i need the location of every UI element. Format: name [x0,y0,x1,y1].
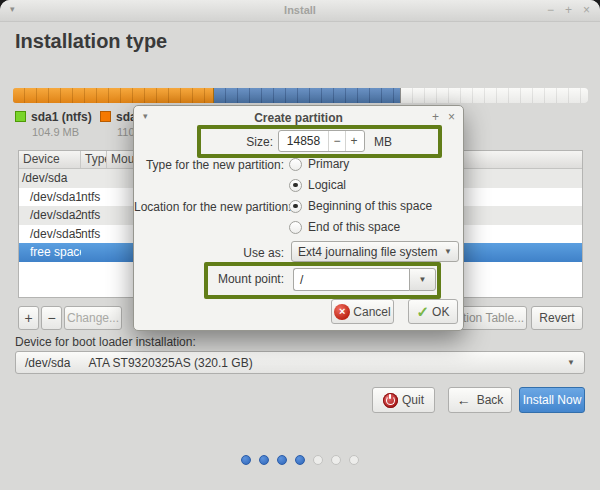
revert-button[interactable]: Revert [531,306,583,330]
chevron-down-icon: ▼ [444,247,452,256]
radio-end[interactable]: End of this space [289,220,400,234]
size-increment-button[interactable]: + [345,131,362,151]
radio-label: End of this space [308,220,400,234]
partition-segment-free [401,88,588,103]
minimize-icon[interactable]: − [547,3,554,17]
cell-device: free space [19,245,81,259]
radio-beginning[interactable]: Beginning of this space [289,199,432,213]
partition-segment-sda2 [13,88,214,103]
legend-size: 104.9 MB [32,126,92,138]
cell-device: /dev/sda1 [19,190,81,204]
close-icon[interactable]: × [583,3,590,17]
use-as-select[interactable]: Ext4 journaling file system ▼ [291,241,459,262]
radio-logical[interactable]: Logical [289,178,346,192]
cell-device: /dev/sda [19,171,81,185]
chevron-down-icon: ▼ [567,358,575,367]
bootloader-device-select[interactable]: /dev/sda ATA ST9320325AS (320.1 GB) ▼ [15,351,585,374]
bootloader-description: ATA ST9320325AS (320.1 GB) [88,356,252,370]
ok-button[interactable]: ✓ OK [408,299,458,324]
cancel-label: Cancel [353,305,390,319]
create-partition-dialog: ▾ Create partition + × Size: 14858 − + M… [133,105,464,331]
bootloader-device: /dev/sda [25,356,70,370]
chevron-down-icon: ▼ [419,275,427,284]
mount-point-label: Mount point: [134,272,284,286]
radio-label: Logical [308,178,346,192]
installer-window: ▾ Install − + × Installation type sda1 (… [0,0,600,490]
cell-device: /dev/sda2 [19,208,81,222]
window-titlebar[interactable]: ▾ Install − + × [0,0,600,22]
cancel-button[interactable]: × Cancel [331,299,394,324]
legend-swatch-green [15,111,26,122]
radio-checked-icon [289,200,302,213]
back-button[interactable]: ← Back [448,387,512,413]
mount-point-input[interactable]: / [293,268,409,291]
dialog-maximize-icon[interactable]: + [432,110,439,124]
legend-label: sda1 (ntfs) [31,110,92,124]
back-label: Back [477,393,504,407]
size-spinbox[interactable]: 14858 − + [278,130,365,152]
change-button[interactable]: Change... [64,306,122,330]
cell-type: ntfs [81,227,107,241]
cell-type: ntfs [81,190,107,204]
install-now-label: Install Now [523,393,582,407]
partition-segment-sda5 [214,88,401,103]
type-label: Type for the new partition: [134,158,284,172]
mount-point-combo[interactable]: / ▼ [293,268,436,291]
progress-dot-inactive [349,455,359,465]
window-title: Install [0,4,600,16]
radio-label: Beginning of this space [308,199,432,213]
mount-point-dropdown-button[interactable]: ▼ [409,268,436,291]
ok-label: OK [432,305,449,319]
add-partition-button[interactable]: + [18,306,39,330]
column-header-type[interactable]: Type [81,151,107,168]
size-value[interactable]: 14858 [279,131,328,151]
size-decrement-button[interactable]: − [328,131,345,151]
bootloader-label: Device for boot loader installation: [15,335,196,349]
cell-device: /dev/sda5 [19,227,81,241]
radio-icon [289,158,302,171]
page-title: Installation type [15,30,167,53]
dialog-title: Create partition [134,111,463,125]
back-arrow-icon: ← [457,392,471,408]
progress-dot-active [259,455,269,465]
progress-dot-inactive [331,455,341,465]
use-as-value: Ext4 journaling file system [298,245,437,259]
disk-partition-bar [13,88,588,103]
legend-swatch-orange [100,111,111,122]
maximize-icon[interactable]: + [565,3,572,17]
radio-icon [289,221,302,234]
quit-label: Quit [402,393,424,407]
location-label: Location for the new partition: [134,200,284,214]
power-icon [383,393,398,408]
cancel-cross-icon: × [334,304,350,320]
progress-dot-active [277,455,287,465]
remove-partition-button[interactable]: − [41,306,62,330]
quit-button[interactable]: Quit [372,387,435,413]
check-icon: ✓ [417,304,430,319]
cell-type: ntfs [81,208,107,222]
progress-dot-active [295,455,305,465]
radio-label: Primary [308,157,349,171]
size-label: Size: [134,135,273,149]
size-unit-label: MB [374,135,392,149]
use-as-label: Use as: [134,246,284,260]
progress-dots [0,455,600,465]
dialog-close-icon[interactable]: × [448,110,455,124]
progress-dot-active [241,455,251,465]
legend-item-sda1: sda1 (ntfs) 104.9 MB [15,107,92,138]
radio-checked-icon [289,179,302,192]
install-now-button[interactable]: Install Now [519,387,585,413]
progress-dot-inactive [313,455,323,465]
radio-primary[interactable]: Primary [289,157,349,171]
column-header-device[interactable]: Device [19,151,81,168]
